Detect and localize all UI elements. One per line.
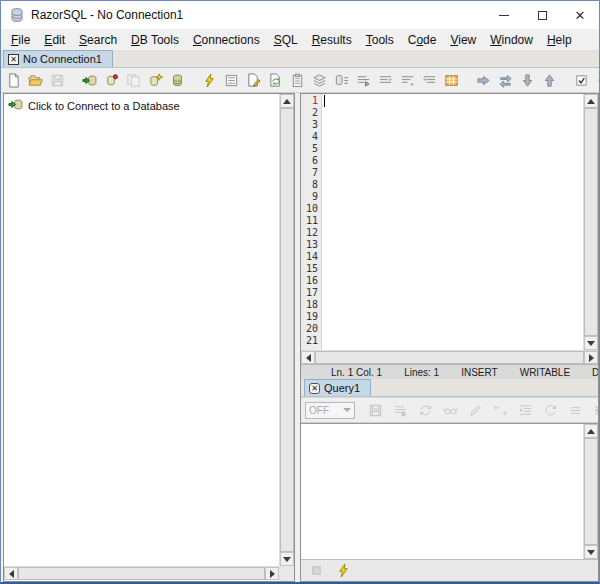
line-number: 12 [301, 227, 318, 239]
query-toolbar: OFF [301, 397, 598, 423]
line-number: 5 [301, 143, 318, 155]
menu-item-file[interactable]: File [4, 31, 37, 49]
connect-prompt-label: Click to Connect to a Database [28, 100, 180, 112]
connect-database-icon[interactable] [79, 70, 100, 91]
close-button[interactable]: ✕ [561, 1, 599, 29]
chevron-down-icon [343, 408, 351, 412]
maximize-button[interactable] [523, 1, 561, 29]
editor-horizontal-scrollbar[interactable] [301, 350, 598, 364]
menu-item-edit[interactable]: Edit [37, 31, 72, 49]
format-sql-icon [390, 400, 411, 421]
stop-icon [307, 561, 326, 580]
connect-database-item[interactable]: Click to Connect to a Database [4, 94, 279, 117]
scroll-left-button[interactable] [4, 567, 18, 580]
open-file-icon[interactable] [25, 70, 46, 91]
line-number: 8 [301, 179, 318, 191]
status-delimiter: Delimiter: ; [592, 367, 598, 378]
menu-item-code[interactable]: Code [401, 31, 444, 49]
export-document-icon[interactable] [243, 70, 264, 91]
menu-item-db-tools[interactable]: DB Tools [124, 31, 186, 49]
database-icon[interactable] [167, 70, 188, 91]
menu-item-help[interactable]: Help [540, 31, 579, 49]
line-number: 1 [301, 95, 318, 107]
database-objects-icon[interactable] [331, 70, 352, 91]
execute-sql-icon[interactable] [334, 561, 353, 580]
query-editor-textarea[interactable] [301, 424, 583, 559]
sql-editor-textarea[interactable] [322, 94, 583, 350]
scroll-down-button[interactable] [584, 545, 598, 559]
scroll-right-button[interactable] [584, 351, 598, 364]
new-file-icon[interactable] [3, 70, 24, 91]
editor-vertical-scrollbar[interactable] [583, 94, 598, 350]
line-number: 3 [301, 119, 318, 131]
scroll-down-button[interactable] [280, 552, 294, 566]
tab-query1[interactable]: ✕ Query1 [304, 379, 371, 396]
menu-item-window[interactable]: Window [483, 31, 540, 49]
sliders-icon [590, 400, 598, 421]
scroll-up-button[interactable] [280, 94, 294, 108]
go-forward-icon[interactable] [473, 70, 494, 91]
toolbar-separator [561, 71, 570, 89]
connections-tree: Click to Connect to a Database [4, 94, 279, 566]
scrollbar-thumb[interactable] [18, 567, 265, 580]
menu-item-sql[interactable]: SQL [267, 31, 305, 49]
line-number: 18 [301, 299, 318, 311]
scrollbar-thumb[interactable] [584, 438, 598, 545]
refresh-circle-icon [540, 400, 561, 421]
scrollbar-thumb[interactable] [584, 108, 598, 336]
line-number: 6 [301, 155, 318, 167]
scrollbar-thumb[interactable] [280, 108, 294, 552]
select-check-icon[interactable] [571, 70, 592, 91]
table-edit-icon[interactable] [441, 70, 462, 91]
menu-item-search[interactable]: Search [72, 31, 124, 49]
tab-close-icon[interactable]: ✕ [309, 383, 320, 394]
left-vertical-scrollbar[interactable] [279, 94, 294, 566]
line-number: 16 [301, 275, 318, 287]
toolbar-separator [69, 71, 78, 89]
editor-status-bar: Ln. 1 Col. 1 Lines: 1 INSERT WRITABLE De… [301, 364, 598, 379]
scroll-up-button[interactable] [584, 424, 598, 438]
tab-close-icon[interactable]: ✕ [8, 54, 19, 65]
refresh-document-icon[interactable] [265, 70, 286, 91]
status-writable: WRITABLE [520, 367, 570, 378]
menu-item-results[interactable]: Results [305, 31, 359, 49]
save-icon [365, 400, 386, 421]
align-right-icon[interactable] [375, 70, 396, 91]
rotate-arrows-icon [415, 400, 436, 421]
align-top-icon[interactable] [397, 70, 418, 91]
menu-item-tools[interactable]: Tools [359, 31, 401, 49]
main-content: Click to Connect to a Database 123456789… [1, 93, 599, 582]
go-down-icon[interactable] [517, 70, 538, 91]
scroll-right-button[interactable] [265, 567, 279, 580]
menu-item-view[interactable]: View [443, 31, 483, 49]
execute-sql-icon[interactable] [199, 70, 220, 91]
describe-table-icon[interactable] [221, 70, 242, 91]
layers-icon[interactable] [309, 70, 330, 91]
line-number: 19 [301, 311, 318, 323]
align-left-icon[interactable] [419, 70, 440, 91]
format-sql-icon[interactable] [353, 70, 374, 91]
line-number: 13 [301, 239, 318, 251]
scroll-left-button[interactable] [301, 351, 315, 364]
scroll-up-button[interactable] [584, 94, 598, 108]
line-number: 2 [301, 107, 318, 119]
disconnect-database-icon[interactable] [101, 70, 122, 91]
status-insert-mode: INSERT [461, 367, 498, 378]
left-horizontal-scrollbar[interactable] [4, 566, 279, 580]
scrollbar-thumb[interactable] [315, 351, 584, 364]
tab-label: No Connection1 [23, 53, 102, 65]
swap-statements-icon[interactable] [495, 70, 516, 91]
clipboard-icon[interactable] [287, 70, 308, 91]
go-up-icon[interactable] [539, 70, 560, 91]
query-editor [301, 423, 598, 559]
scroll-down-button[interactable] [584, 336, 598, 350]
tab-no-connection1[interactable]: ✕ No Connection1 [3, 50, 113, 67]
minimize-button[interactable] [485, 1, 523, 29]
line-number: 10 [301, 203, 318, 215]
query-vertical-scrollbar[interactable] [583, 424, 598, 559]
add-connection-icon[interactable] [145, 70, 166, 91]
edit-undo-icon [465, 400, 486, 421]
minimize-icon [499, 15, 509, 16]
line-number: 21 [301, 335, 318, 347]
menu-item-connections[interactable]: Connections [186, 31, 267, 49]
